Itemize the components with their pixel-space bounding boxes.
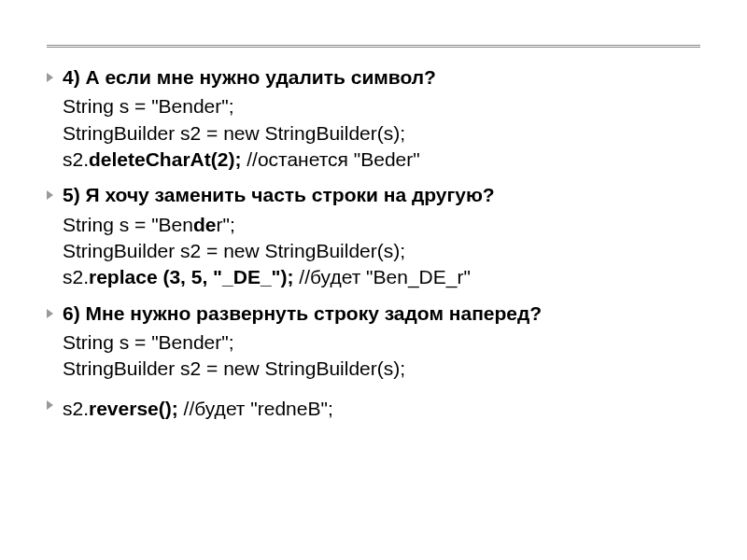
code-block: String s = "Bender";StringBuilder s2 = n…	[63, 93, 700, 173]
list-item: 4) А если мне нужно удалить символ?	[47, 64, 700, 90]
list-item: s2.reverse(); //будет "redneB";	[47, 392, 700, 431]
bullet-icon	[47, 73, 53, 82]
item-heading: 6) Мне нужно развернуть строку задом нап…	[63, 301, 542, 326]
divider	[47, 45, 700, 48]
bullet-icon	[47, 190, 53, 200]
list-item: 6) Мне нужно развернуть строку задом нап…	[47, 301, 700, 326]
list-item: 5) Я хочу заменить часть строки на другу…	[47, 182, 700, 207]
bullet-list: 4) А если мне нужно удалить символ?Strin…	[47, 64, 700, 383]
bullet-icon	[47, 400, 53, 410]
item-heading: 5) Я хочу заменить часть строки на другу…	[63, 182, 495, 207]
code-block: String s = "Bender";StringBuilder s2 = n…	[63, 212, 700, 291]
code-block: String s = "Bender";StringBuilder s2 = n…	[63, 329, 700, 383]
bullet-icon	[47, 309, 53, 318]
code-line: s2.reverse(); //будет "redneB";	[63, 396, 333, 422]
item-heading: 4) А если мне нужно удалить символ?	[63, 64, 436, 90]
slide-content: 4) А если мне нужно удалить символ?Strin…	[0, 0, 747, 431]
